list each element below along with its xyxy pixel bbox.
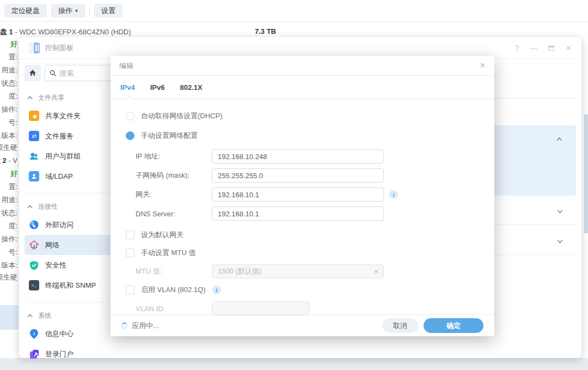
dialog-tabs: IPv4 IPv6 802.1X <box>111 76 494 99</box>
select-caret-icon: ▾ <box>374 268 378 276</box>
action-dropdown-button[interactable]: 操作▾ <box>51 4 85 17</box>
manual-mtu-checkbox-row[interactable]: 手动设置 MTU 值 <box>126 246 479 259</box>
settings-button[interactable]: 设置 <box>94 4 122 17</box>
network-icon <box>29 240 39 250</box>
radio-on-icon[interactable] <box>126 131 134 140</box>
checkbox-unchecked-icon[interactable] <box>126 286 134 294</box>
sidebar-item-label: 用户与群组 <box>45 151 81 161</box>
subnet-mask-row: 子网掩码 (mask): <box>136 168 479 183</box>
default-gateway-checkbox-row[interactable]: 设为默认网关 <box>126 228 479 241</box>
vlan-checkbox-row[interactable]: 启用 VLAN (802.1Q) i <box>126 283 479 296</box>
login-portal-icon <box>29 349 39 359</box>
minimize-icon[interactable]: — <box>530 44 537 52</box>
subnet-mask-input[interactable] <box>212 168 384 183</box>
security-shield-icon <box>29 260 39 270</box>
drive2-name: 盘 2 <box>0 156 7 165</box>
clipped-drive-info-column: 好 置: 用途: 状态: 度: 操作: 号: 版本: 原生硬 盘 2 - V 好… <box>0 0 19 358</box>
help-icon[interactable]: ? <box>514 44 519 52</box>
file-service-icon: ⇄ <box>29 131 39 141</box>
sidebar-item-label: 安全性 <box>45 260 66 270</box>
mtu-select: 1500 (默认值) ▾ <box>212 264 384 278</box>
vlan-info-icon[interactable]: i <box>212 286 221 294</box>
vlan-id-input <box>212 301 310 316</box>
close-dialog-icon[interactable]: ✕ <box>479 61 486 70</box>
drive1-info-line: 用途: <box>1 65 17 75</box>
cancel-button[interactable]: 取消 <box>382 318 418 333</box>
window-controls: ? — ✕ <box>514 37 572 59</box>
expand-chevron-icon[interactable] <box>558 238 563 244</box>
domain-ldap-icon <box>29 171 39 181</box>
drive2-info-line: 置: <box>8 182 17 192</box>
drive1-info-line: 度: <box>8 92 17 101</box>
ok-button[interactable]: 确定 <box>424 318 483 333</box>
drive2-heading: 盘 2 - V <box>0 156 17 166</box>
subnet-mask-label: 子网掩码 (mask): <box>136 171 212 180</box>
sidebar-item-label: 共享文件夹 <box>45 111 81 121</box>
sidebar-item-label: 登录门户 <box>45 349 74 359</box>
drive2-status-good: 好 <box>10 169 17 179</box>
ip-address-row: IP 地址: <box>136 149 479 163</box>
ip-address-label: IP 地址: <box>136 151 212 161</box>
chevron-up-icon <box>27 205 33 210</box>
radio-dhcp[interactable]: 自动取得网络设置(DHCP) <box>126 110 479 122</box>
radio-off-icon[interactable] <box>126 112 134 120</box>
home-icon <box>28 69 37 77</box>
radio-manual[interactable]: 手动设置网络配置 <box>126 130 479 142</box>
drive1-info-line: 号: <box>8 118 17 128</box>
chevron-up-icon <box>27 96 33 101</box>
gateway-info-icon[interactable]: i <box>389 190 398 199</box>
dialog-title: 编辑 <box>119 61 133 71</box>
section-label: 连接性 <box>38 202 58 211</box>
manual-mtu-label: 手动设置 MTU 值 <box>141 248 195 258</box>
drive1-info-line: 操作: <box>1 105 17 114</box>
toolbar-separator <box>0 21 588 22</box>
default-gateway-label: 设为默认网关 <box>141 230 183 240</box>
checkbox-unchecked-icon[interactable] <box>126 231 134 239</box>
info-center-icon: i <box>29 329 39 339</box>
collapse-chevron-icon[interactable] <box>556 137 562 143</box>
radio-dhcp-label: 自动取得网络设置(DHCP) <box>141 111 223 121</box>
tab-ipv4[interactable]: IPv4 <box>120 83 135 92</box>
applying-spinner-icon <box>121 323 127 329</box>
section-label: 文件共享 <box>38 93 64 102</box>
sidebar-item-label: 网络 <box>45 240 59 250</box>
radio-manual-label: 手动设置网络配置 <box>141 131 198 141</box>
drive2-info-line: 操作: <box>1 234 17 244</box>
caret-down-icon: ▾ <box>75 8 78 14</box>
action-label: 操作 <box>58 6 72 16</box>
maximize-icon[interactable] <box>548 46 554 51</box>
home-button[interactable] <box>24 65 41 81</box>
sidebar-item-login-portal[interactable]: 登录门户 <box>24 344 131 364</box>
toolbar-divider <box>89 6 90 16</box>
vlan-label: 启用 VLAN (802.1Q) <box>141 285 206 295</box>
storage-toolbar: 定位硬盘 操作▾ 设置 <box>4 4 122 17</box>
checkbox-unchecked-icon[interactable] <box>126 248 134 257</box>
dialog-body: 自动取得网络设置(DHCP) 手动设置网络配置 IP 地址: 子网掩码 (mas… <box>111 99 494 316</box>
sidebar-item-label: 文件服务 <box>45 131 74 141</box>
ip-address-input[interactable] <box>212 149 384 163</box>
sidebar-item-label: 域/LDAP <box>45 172 73 181</box>
tab-ipv6[interactable]: IPv6 <box>150 83 165 92</box>
drive1-info-line: 原生硬 <box>0 143 17 153</box>
sidebar-item-partial[interactable] <box>24 364 131 370</box>
gateway-input[interactable] <box>212 187 384 202</box>
dns-server-input[interactable] <box>212 207 384 221</box>
control-panel-titlebar[interactable]: 控制面板 ? — ✕ <box>19 37 581 59</box>
drive2-model: - V <box>7 156 17 165</box>
close-window-icon[interactable]: ✕ <box>565 44 572 52</box>
expand-chevron-icon[interactable] <box>558 208 563 214</box>
drive2-info-line: 度: <box>8 221 17 231</box>
drive2-info-line: 原生硬 <box>0 272 17 282</box>
drive2-info-line: 版本: <box>1 260 17 270</box>
dns-server-row: DNS Server: <box>136 207 479 221</box>
tab-8021x[interactable]: 802.1X <box>180 83 203 92</box>
edit-network-dialog: 编辑 ✕ IPv4 IPv6 802.1X 自动取得网络设置(DHCP) 手动设… <box>111 56 494 336</box>
control-panel-icon <box>29 43 40 53</box>
drive2-info-line: 用途: <box>1 195 17 205</box>
dialog-footer: 应用中... 取消 确定 <box>111 314 494 336</box>
sidebar-item-label: 外部访问 <box>45 220 74 230</box>
vlan-id-label: VLAN ID: <box>136 305 212 313</box>
dns-server-label: DNS Server: <box>136 210 212 218</box>
drive1-status-good: 好 <box>10 39 17 49</box>
chevron-up-icon <box>27 314 33 319</box>
